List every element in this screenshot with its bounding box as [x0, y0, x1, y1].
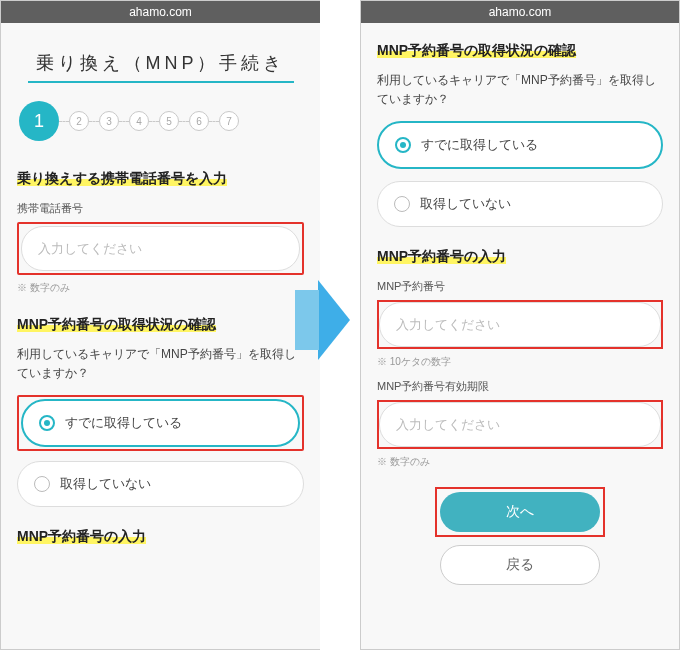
step-dash [179, 121, 189, 122]
highlight-phone-input: 入力してください [17, 222, 304, 275]
address-bar: ahamo.com [361, 1, 679, 23]
option-not-obtained[interactable]: 取得していない [377, 181, 663, 227]
phone-note: ※ 数字のみ [17, 281, 304, 295]
highlight-next-button: 次へ [435, 487, 605, 537]
page-title: 乗り換え（MNP）手続き [28, 47, 294, 83]
option-already-obtained[interactable]: すでに取得している [377, 121, 663, 169]
highlight-option-yes: すでに取得している [17, 395, 304, 451]
resv-placeholder: 入力してください [396, 317, 500, 332]
exp-label: MNP予約番号有効期限 [377, 379, 663, 394]
mnp-status-body: 利用しているキャリアで「MNP予約番号」を取得していますか？ [377, 71, 663, 109]
step-dash [59, 121, 69, 122]
cutoff-heading: MNP予約番号の入力 [17, 525, 304, 549]
exp-input[interactable]: 入力してください [379, 402, 661, 447]
phone-left: ahamo.com 乗り換え（MNP）手続き 1 2 3 4 5 6 7 乗り換… [0, 0, 320, 650]
step-7: 7 [219, 111, 239, 131]
resv-label: MNP予約番号 [377, 279, 663, 294]
step-dash [119, 121, 129, 122]
option-label: 取得していない [420, 195, 511, 213]
step-2: 2 [69, 111, 89, 131]
back-button[interactable]: 戻る [440, 545, 600, 585]
step-1: 1 [19, 101, 59, 141]
section-mnp-number-head: MNP予約番号の入力 [377, 248, 506, 264]
phone-input[interactable]: 入力してください [21, 226, 300, 271]
next-button[interactable]: 次へ [440, 492, 600, 532]
radio-icon [395, 137, 411, 153]
step-3: 3 [99, 111, 119, 131]
exp-placeholder: 入力してください [396, 417, 500, 432]
section-phone-head: 乗り換えする携帯電話番号を入力 [17, 170, 227, 186]
highlight-resv-input: 入力してください [377, 300, 663, 349]
phone-placeholder: 入力してください [38, 241, 142, 256]
content-left: 乗り換え（MNP）手続き 1 2 3 4 5 6 7 乗り換えする携帯電話番号を… [1, 23, 320, 549]
address-bar: ahamo.com [1, 1, 320, 23]
section-mnp-status-head: MNP予約番号の取得状況の確認 [17, 316, 216, 332]
exp-note: ※ 数字のみ [377, 455, 663, 469]
step-dash [149, 121, 159, 122]
resv-note: ※ 10ケタの数字 [377, 355, 663, 369]
highlight-exp-input: 入力してください [377, 400, 663, 449]
step-4: 4 [129, 111, 149, 131]
arrow-right-icon [318, 280, 350, 360]
radio-icon [394, 196, 410, 212]
option-already-obtained[interactable]: すでに取得している [21, 399, 300, 447]
step-5: 5 [159, 111, 179, 131]
mnp-status-body: 利用しているキャリアで「MNP予約番号」を取得していますか？ [17, 345, 304, 383]
phone-right: ahamo.com MNP予約番号の取得状況の確認 利用しているキャリアで「MN… [360, 0, 680, 650]
stepper: 1 2 3 4 5 6 7 [19, 101, 304, 141]
section-mnp-status-head: MNP予約番号の取得状況の確認 [377, 42, 576, 58]
content-right: MNP予約番号の取得状況の確認 利用しているキャリアで「MNP予約番号」を取得し… [361, 23, 679, 585]
resv-input[interactable]: 入力してください [379, 302, 661, 347]
option-not-obtained[interactable]: 取得していない [17, 461, 304, 507]
step-6: 6 [189, 111, 209, 131]
step-dash [209, 121, 219, 122]
option-label: すでに取得している [421, 136, 538, 154]
step-dash [89, 121, 99, 122]
phone-label: 携帯電話番号 [17, 201, 304, 216]
option-label: 取得していない [60, 475, 151, 493]
radio-icon [39, 415, 55, 431]
radio-icon [34, 476, 50, 492]
option-label: すでに取得している [65, 414, 182, 432]
